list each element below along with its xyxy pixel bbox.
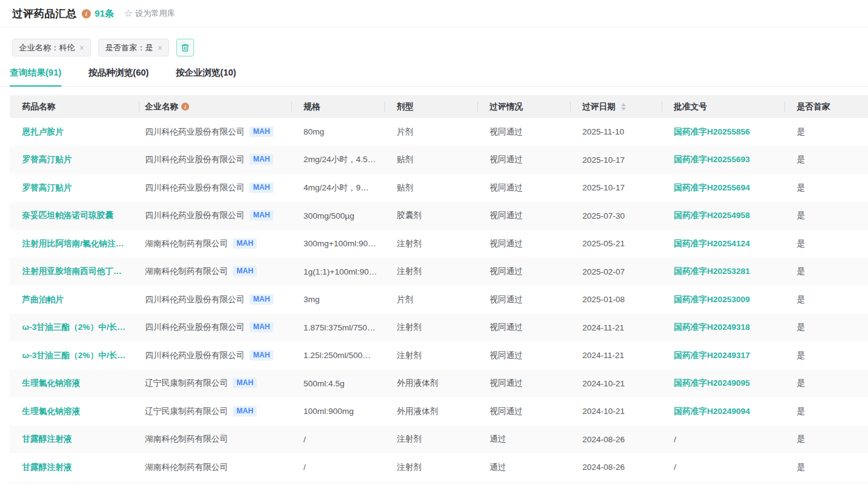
approval-cell: 国药准字H20249094 bbox=[662, 397, 784, 426]
spec-cell: 300mg/500µg bbox=[291, 202, 385, 230]
company-cell: 湖南科伦制药有限公司 bbox=[139, 426, 291, 454]
table-row: 芦曲泊帕片 四川科伦药业股份有限公司MAH 3mg 片剂 视同通过 2025-0… bbox=[10, 286, 868, 314]
first-cell: 是 bbox=[784, 426, 868, 454]
approval-cell: 国药准字H20255856 bbox=[662, 118, 784, 146]
star-icon: ☆ bbox=[124, 9, 133, 18]
status-cell: 视同通过 bbox=[477, 258, 570, 286]
status-cell: 通过 bbox=[477, 426, 570, 454]
spec-cell: 300mg+100ml:90… bbox=[291, 230, 385, 258]
spec-cell: 100ml:900mg bbox=[291, 397, 385, 426]
status-cell: 视同通过 bbox=[477, 342, 570, 370]
date-cell: 2025-10-17 bbox=[570, 174, 662, 202]
drug-name-link[interactable]: ω-3甘油三酯（2%）中/长… bbox=[22, 322, 125, 332]
approval-cell: 国药准字H20253009 bbox=[662, 286, 784, 314]
table-row: ω-3甘油三酯（2%）中/长… 四川科伦药业股份有限公司MAH 1.875l:3… bbox=[10, 314, 868, 342]
clear-filters-button[interactable] bbox=[176, 39, 194, 57]
col-header-date: 过评日期 bbox=[570, 95, 662, 118]
close-icon[interactable]: × bbox=[157, 43, 162, 53]
table-row: 甘露醇注射液 湖南科伦制药有限公司 / 注射剂 通过 2024-08-26 / … bbox=[10, 426, 868, 454]
form-cell: 注射剂 bbox=[385, 342, 477, 370]
spec-cell: 80mg bbox=[291, 118, 385, 146]
company-cell: 四川科伦药业股份有限公司MAH bbox=[139, 286, 291, 314]
approval-number-link[interactable]: 国药准字H20254124 bbox=[674, 239, 750, 248]
drug-name-link[interactable]: 注射用比阿培南/氯化钠注… bbox=[22, 239, 124, 248]
drug-name-link[interactable]: 罗替高汀贴片 bbox=[22, 183, 72, 192]
filter-chip-company[interactable]: 企业名称：科伦 × bbox=[12, 39, 91, 57]
approval-number-link[interactable]: 国药准字H20254958 bbox=[674, 211, 750, 220]
drug-name-link[interactable]: ω-3甘油三酯（2%）中/长… bbox=[22, 351, 125, 360]
form-cell: 注射剂 bbox=[385, 453, 477, 482]
form-cell: 注射剂 bbox=[385, 426, 477, 454]
first-cell: 是 bbox=[784, 258, 868, 286]
date-cell: 2024-10-21 bbox=[570, 397, 662, 426]
drug-name-link[interactable]: 生理氯化钠溶液 bbox=[22, 407, 80, 416]
table-row: ω-3甘油三酯（2%）中/长… 四川科伦药业股份有限公司MAH 1.25l:25… bbox=[10, 342, 868, 370]
drug-name-link[interactable]: 甘露醇注射液 bbox=[22, 434, 72, 443]
spec-cell: 2mg/24小时，4.5… bbox=[291, 146, 385, 174]
set-favorite-button[interactable]: ☆ 设为常用库 bbox=[124, 8, 175, 19]
approval-cell: / bbox=[662, 453, 784, 482]
approval-number-link[interactable]: 国药准字H20249095 bbox=[674, 378, 750, 388]
mah-badge: MAH bbox=[249, 350, 273, 361]
first-cell: 是 bbox=[784, 397, 868, 426]
status-cell: 视同通过 bbox=[477, 286, 570, 314]
drug-name-link[interactable]: 生理氯化钠溶液 bbox=[22, 378, 80, 388]
drug-name-link[interactable]: 恩扎卢胺片 bbox=[22, 127, 64, 136]
table-row: 奈妥匹坦帕洛诺司琼胶囊 四川科伦药业股份有限公司MAH 300mg/500µg … bbox=[10, 202, 868, 230]
form-cell: 外用液体剂 bbox=[385, 397, 477, 426]
spec-cell: / bbox=[291, 426, 385, 454]
approval-cell: 国药准字H20249318 bbox=[662, 314, 784, 342]
tab-by-company[interactable]: 按企业浏览(10) bbox=[176, 67, 236, 86]
info-icon[interactable]: i bbox=[181, 103, 189, 111]
approval-number-link[interactable]: 国药准字H20253281 bbox=[674, 267, 750, 276]
status-cell: 视同通过 bbox=[477, 146, 570, 174]
results-table: 药品名称 企业名称 i 规格 剂型 过评情况 过评日期 批准文号 是否首家 恩扎… bbox=[10, 95, 868, 484]
drug-name-link[interactable]: 罗替高汀贴片 bbox=[22, 155, 72, 164]
trash-icon bbox=[181, 43, 190, 52]
mah-badge: MAH bbox=[249, 322, 273, 332]
company-cell: 四川科伦药业股份有限公司MAH bbox=[139, 118, 291, 146]
approval-number-link[interactable]: 国药准字H20255694 bbox=[674, 183, 750, 192]
approval-number-link[interactable]: 国药准字H20249094 bbox=[674, 407, 750, 416]
title-bar: 过评药品汇总 i 91条 ☆ 设为常用库 bbox=[0, 0, 868, 28]
status-cell: 视同通过 bbox=[477, 118, 570, 146]
info-icon[interactable]: i bbox=[82, 9, 91, 18]
first-cell: 是 bbox=[784, 314, 868, 342]
col-header-approval: 批准文号 bbox=[662, 95, 784, 118]
drug-name-link[interactable]: 注射用亚胺培南西司他丁… bbox=[22, 267, 122, 276]
spec-cell: 4mg/24小时，9… bbox=[291, 174, 385, 202]
mah-badge: MAH bbox=[233, 266, 257, 276]
tab-by-product[interactable]: 按品种浏览(60) bbox=[88, 67, 149, 86]
filter-chip-label: 企业名称：科伦 bbox=[19, 42, 75, 53]
sort-icon[interactable] bbox=[621, 103, 626, 111]
table-row: 罗替高汀贴片 四川科伦药业股份有限公司MAH 2mg/24小时，4.5… 贴剂 … bbox=[10, 146, 868, 174]
close-icon[interactable]: × bbox=[79, 43, 84, 53]
filter-chip-first[interactable]: 是否首家：是 × bbox=[98, 39, 169, 57]
table-row: 罗替高汀贴片 四川科伦药业股份有限公司MAH 4mg/24小时，9… 贴剂 视同… bbox=[10, 174, 868, 202]
tab-bar: 查询结果(91) 按品种浏览(60) 按企业浏览(10) bbox=[0, 67, 868, 87]
approval-number-link[interactable]: 国药准字H20255856 bbox=[674, 127, 750, 136]
approval-number-link[interactable]: 国药准字H20249318 bbox=[674, 322, 750, 332]
col-header-first: 是否首家 bbox=[784, 95, 868, 118]
date-cell: 2024-10-21 bbox=[570, 370, 662, 398]
drug-name-link[interactable]: 奈妥匹坦帕洛诺司琼胶囊 bbox=[22, 211, 114, 220]
drug-name-link[interactable]: 芦曲泊帕片 bbox=[22, 295, 64, 304]
result-count-badge: 91条 bbox=[95, 8, 114, 20]
col-header-spec: 规格 bbox=[291, 95, 385, 118]
table-row: 恩扎卢胺片 四川科伦药业股份有限公司MAH 80mg 片剂 视同通过 2025-… bbox=[10, 118, 868, 146]
form-cell: 胶囊剂 bbox=[385, 202, 477, 230]
filter-chip-label: 是否首家：是 bbox=[105, 42, 153, 53]
company-cell: 四川科伦药业股份有限公司MAH bbox=[139, 174, 291, 202]
tab-query-results[interactable]: 查询结果(91) bbox=[10, 67, 61, 86]
approval-cell: / bbox=[662, 426, 784, 454]
form-cell: 注射剂 bbox=[385, 314, 477, 342]
approval-number-link[interactable]: 国药准字H20253009 bbox=[674, 295, 750, 304]
status-cell: 视同通过 bbox=[477, 370, 570, 398]
approval-number-link[interactable]: 国药准字H20249317 bbox=[674, 351, 750, 360]
drug-name-link[interactable]: 甘露醇注射液 bbox=[22, 463, 72, 472]
company-cell: 湖南科伦制药有限公司MAH bbox=[139, 230, 291, 258]
date-cell: 2025-07-30 bbox=[570, 202, 662, 230]
company-cell: 辽宁民康制药有限公司MAH bbox=[139, 397, 291, 426]
first-cell: 是 bbox=[784, 286, 868, 314]
approval-number-link[interactable]: 国药准字H20255693 bbox=[674, 155, 750, 164]
